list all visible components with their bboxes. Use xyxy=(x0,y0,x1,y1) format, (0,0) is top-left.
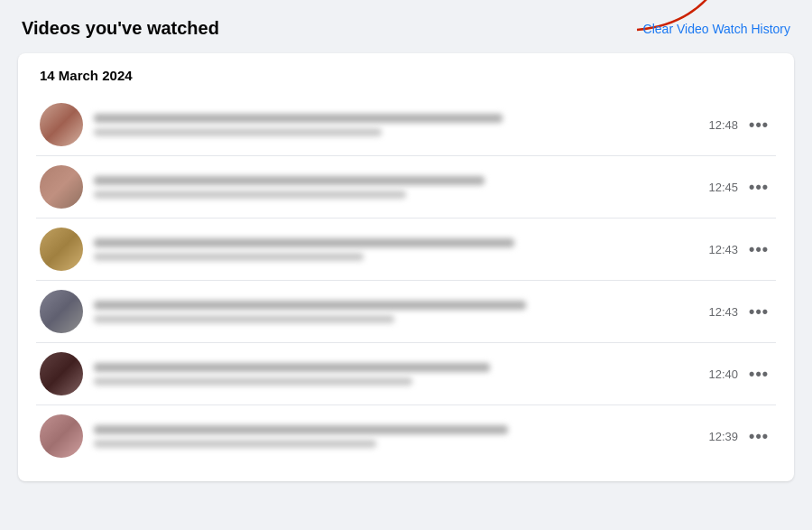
video-info xyxy=(94,176,695,199)
video-list-item: 12:43 ••• xyxy=(36,281,776,343)
video-list: 12:48 ••• 12:45 ••• 12:43 ••• xyxy=(36,94,776,467)
video-list-item: 12:39 ••• xyxy=(36,405,776,467)
date-section-label: 14 March 2024 xyxy=(36,68,776,83)
video-thumbnail xyxy=(40,290,83,333)
video-info xyxy=(94,363,695,386)
video-meta: 12:39 ••• xyxy=(709,425,772,448)
video-list-item: 12:43 ••• xyxy=(36,219,776,281)
video-time: 12:43 xyxy=(709,305,739,319)
video-thumbnail xyxy=(40,103,83,146)
video-list-item: 12:45 ••• xyxy=(36,156,776,219)
video-subtitle-placeholder xyxy=(94,315,394,323)
video-time: 12:43 xyxy=(709,243,739,256)
video-time: 12:45 xyxy=(709,181,739,194)
video-list-item: 12:40 ••• xyxy=(36,343,776,405)
more-options-button[interactable]: ••• xyxy=(745,114,772,136)
video-meta: 12:43 ••• xyxy=(709,301,772,323)
video-title-placeholder xyxy=(94,301,526,310)
video-title-placeholder xyxy=(94,176,484,185)
clear-history-button[interactable]: Clear Video Watch History xyxy=(643,22,790,36)
more-options-button[interactable]: ••• xyxy=(745,363,772,386)
video-title-placeholder xyxy=(94,363,490,372)
video-thumbnail xyxy=(40,165,83,209)
video-meta: 12:43 ••• xyxy=(709,238,772,261)
video-subtitle-placeholder xyxy=(94,253,364,261)
video-title-placeholder xyxy=(94,425,508,434)
video-meta: 12:45 ••• xyxy=(709,176,772,199)
watch-history-card: 14 March 2024 12:48 ••• 12:45 ••• xyxy=(18,53,794,481)
more-options-button[interactable]: ••• xyxy=(745,238,772,261)
page-title: Videos you've watched xyxy=(22,18,219,39)
video-thumbnail xyxy=(40,414,83,458)
video-subtitle-placeholder xyxy=(94,191,406,199)
video-meta: 12:48 ••• xyxy=(709,114,772,136)
video-list-item: 12:48 ••• xyxy=(36,94,776,156)
video-time: 12:39 xyxy=(709,430,739,443)
video-thumbnail xyxy=(40,352,83,395)
video-time: 12:48 xyxy=(709,118,739,132)
video-title-placeholder xyxy=(94,238,514,247)
video-subtitle-placeholder xyxy=(94,128,382,136)
video-info xyxy=(94,114,695,136)
page-header: Videos you've watched Clear Video Watch … xyxy=(18,18,794,39)
more-options-button[interactable]: ••• xyxy=(745,425,772,448)
video-meta: 12:40 ••• xyxy=(709,363,772,386)
arrow-annotation: Clear Video Watch History xyxy=(643,21,790,37)
more-options-button[interactable]: ••• xyxy=(745,301,772,323)
video-info xyxy=(94,425,695,448)
video-thumbnail xyxy=(40,228,83,271)
video-subtitle-placeholder xyxy=(94,440,376,448)
video-title-placeholder xyxy=(94,114,503,123)
more-options-button[interactable]: ••• xyxy=(745,176,772,199)
video-info xyxy=(94,238,695,261)
video-info xyxy=(94,301,695,323)
video-time: 12:40 xyxy=(709,367,739,381)
video-subtitle-placeholder xyxy=(94,377,412,386)
